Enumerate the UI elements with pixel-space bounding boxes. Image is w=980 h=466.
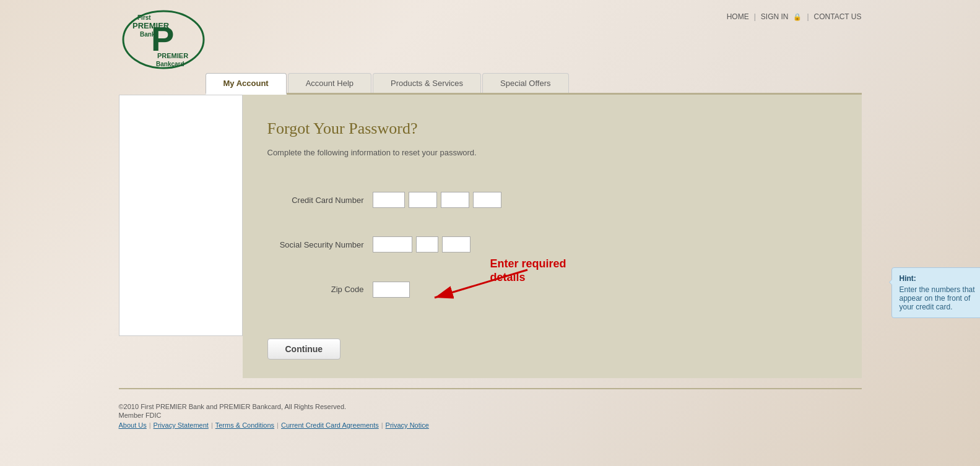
header-nav: HOME | SIGN IN 🔒 | CONTACT US [727, 6, 862, 21]
ssn-row: Social Security Number [267, 236, 837, 252]
sidebar-inner [119, 95, 243, 336]
ssn-input-2[interactable] [416, 236, 438, 252]
svg-text:PREMIER: PREMIER [132, 21, 170, 30]
svg-text:Bankcard: Bankcard [156, 61, 184, 67]
ssn-label: Social Security Number [267, 240, 373, 249]
nav-signin-link[interactable]: SIGN IN [761, 12, 789, 21]
cc-input-2[interactable] [409, 192, 437, 208]
credit-card-inputs [373, 192, 501, 208]
cc-input-3[interactable] [441, 192, 469, 208]
footer-link-agreements[interactable]: Current Credit Card Agreements [281, 421, 379, 429]
tab-account-help[interactable]: Account Help [288, 73, 371, 93]
main-panel: Forgot Your Password? Complete the follo… [243, 95, 862, 378]
footer-links: About Us | Privacy Statement | Terms & C… [119, 421, 862, 429]
cc-input-1[interactable] [373, 192, 405, 208]
ssn-input-1[interactable] [373, 236, 412, 252]
zip-label: Zip Code [267, 285, 373, 294]
form-title: Forgot Your Password? [267, 119, 837, 138]
lock-icon: 🔒 [793, 13, 802, 21]
svg-text:Bank: Bank [140, 31, 155, 38]
content-wrapper: Forgot Your Password? Complete the follo… [119, 95, 862, 378]
cc-input-4[interactable] [473, 192, 501, 208]
footer-link-notice[interactable]: Privacy Notice [386, 421, 429, 429]
zip-input[interactable] [373, 282, 410, 298]
hint-box: Hint: Enter the numbers that appear on t… [891, 267, 981, 318]
ssn-input-3[interactable] [442, 236, 470, 252]
credit-card-row: Credit Card Number Hint: Enter the numbe… [267, 175, 837, 225]
arrow-area: Enter requireddetails [416, 264, 540, 315]
footer-link-terms[interactable]: Terms & Conditions [215, 421, 274, 429]
tabs-bar: My Account Account Help Products & Servi… [206, 73, 862, 95]
tab-products-services[interactable]: Products & Services [373, 73, 481, 93]
separator-1: | [754, 12, 756, 21]
separator-2: | [807, 12, 809, 21]
footer: ©2010 First PREMIER Bank and PREMIER Ban… [119, 395, 862, 441]
svg-text:First: First [137, 14, 151, 21]
footer-link-about[interactable]: About Us [119, 421, 147, 429]
logo-svg: P First PREMIER Bank PREMIER Bankcard [119, 6, 209, 73]
tab-my-account[interactable]: My Account [206, 73, 287, 95]
footer-link-privacy[interactable]: Privacy Statement [154, 421, 209, 429]
nav-home-link[interactable]: HOME [727, 12, 749, 21]
zip-inputs [373, 282, 410, 298]
zip-row: Zip Code Enter requireddetails [267, 264, 837, 315]
hint-text: Enter the numbers that appear on the fro… [900, 285, 981, 311]
svg-text:PREMIER: PREMIER [157, 52, 188, 59]
footer-copyright: ©2010 First PREMIER Bank and PREMIER Ban… [119, 403, 862, 410]
form-description: Complete the following information to re… [267, 148, 837, 157]
continue-button[interactable]: Continue [267, 339, 341, 360]
annotation-text: Enter requireddetails [490, 257, 566, 284]
nav-contact-link[interactable]: CONTACT US [814, 12, 862, 21]
credit-card-label: Credit Card Number [267, 196, 373, 205]
footer-fdic: Member FDIC [119, 412, 862, 419]
tab-special-offers[interactable]: Special Offers [482, 73, 568, 93]
header: P First PREMIER Bank PREMIER Bankcard HO… [119, 0, 862, 73]
ssn-inputs [373, 236, 470, 252]
left-sidebar [119, 95, 243, 378]
logo-area: P First PREMIER Bank PREMIER Bankcard [119, 6, 209, 73]
hint-title: Hint: [900, 274, 981, 283]
main-divider [119, 388, 862, 389]
